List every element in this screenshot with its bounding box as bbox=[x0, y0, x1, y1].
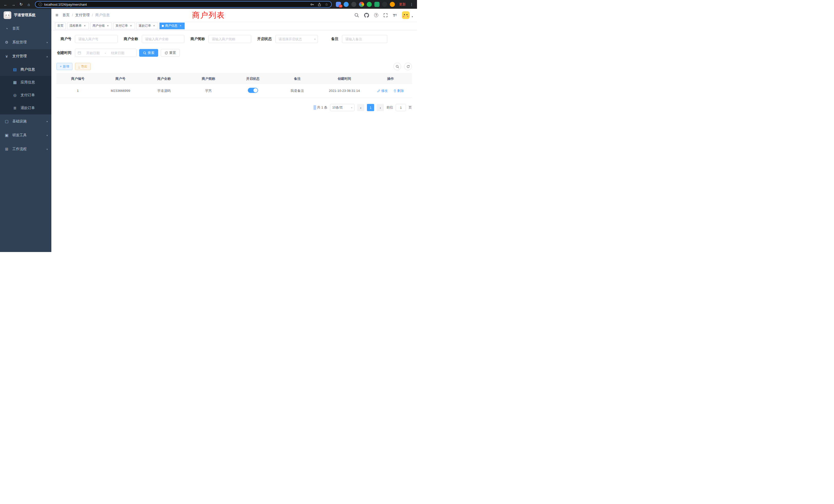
sidebar-item-label: 支付管理 bbox=[12, 54, 27, 59]
sidebar-item-dev-tools[interactable]: ▣ 研发工具 ▾ bbox=[0, 128, 51, 142]
remark-label: 备注 bbox=[324, 37, 338, 41]
home-icon[interactable]: ⌂ bbox=[25, 1, 32, 8]
extension-icon[interactable] bbox=[344, 2, 349, 7]
edit-icon bbox=[377, 89, 380, 92]
tab-pay-order[interactable]: 支付订单 × bbox=[113, 23, 135, 29]
breadcrumb-home[interactable]: 首页 bbox=[62, 13, 70, 18]
merchant-short-name-input[interactable] bbox=[208, 35, 251, 43]
search-button-label: 搜索 bbox=[148, 50, 154, 55]
navbar: ≡ 首页 / 支付管理 / 商户信息 商户列表 ? bbox=[51, 9, 417, 22]
tab-user-group[interactable]: 用户分组 × bbox=[90, 23, 112, 29]
end-date-input[interactable] bbox=[107, 51, 128, 55]
share-icon[interactable] bbox=[317, 3, 321, 6]
app-logo[interactable]: 芋道管理系统 bbox=[0, 9, 51, 22]
delete-link[interactable]: 删除 bbox=[393, 89, 404, 93]
reset-button-label: 重置 bbox=[169, 50, 176, 55]
sidebar-item-pay-order[interactable]: ◎ 支付订单 bbox=[0, 89, 51, 101]
back-icon[interactable]: ← bbox=[2, 1, 9, 8]
refund-order-icon: ≣ bbox=[12, 106, 18, 110]
search-button[interactable]: 搜索 bbox=[139, 49, 158, 57]
text-selection bbox=[313, 105, 316, 110]
chevron-down-icon: ▾ bbox=[46, 134, 48, 137]
range-separator: - bbox=[105, 51, 106, 55]
sidebar-item-refund-order[interactable]: ≣ 退款订单 bbox=[0, 101, 51, 114]
extension-icon[interactable] bbox=[374, 2, 379, 7]
sidebar-item-merchant-info[interactable]: ▤ 商户信息 bbox=[0, 63, 51, 76]
close-icon[interactable]: × bbox=[106, 24, 110, 28]
goto-page-input[interactable] bbox=[396, 104, 406, 111]
profile-avatar[interactable] bbox=[390, 2, 395, 7]
tab-label: 支付订单 bbox=[115, 24, 128, 28]
chevron-up-icon: ▴ bbox=[46, 55, 48, 58]
extension-icon[interactable] bbox=[367, 2, 372, 7]
sidebar-item-label: 基础设施 bbox=[12, 119, 27, 124]
merchant-no-input[interactable] bbox=[75, 35, 117, 43]
dev-tools-icon: ▣ bbox=[4, 133, 9, 138]
refresh-table-button[interactable] bbox=[404, 63, 412, 70]
goto-label: 前往 bbox=[387, 105, 393, 110]
col-actions: 操作 bbox=[369, 74, 412, 84]
tab-home[interactable]: 首页 bbox=[55, 23, 66, 29]
extension-icon[interactable] bbox=[359, 2, 364, 7]
create-time-range-picker[interactable]: - bbox=[75, 49, 137, 57]
github-icon[interactable] bbox=[364, 13, 369, 18]
sidebar-item-infrastructure[interactable]: ▢ 基础设施 ▾ bbox=[0, 114, 51, 128]
caret-down-icon[interactable]: ▾ bbox=[412, 16, 413, 19]
extension-icon[interactable] bbox=[351, 2, 356, 7]
bookmark-star-icon[interactable]: ☆ bbox=[325, 3, 328, 6]
user-avatar[interactable] bbox=[402, 11, 410, 19]
address-bar[interactable]: i localhost:1024/pay/merchant ☆ bbox=[35, 1, 332, 8]
sidebar-item-app-info[interactable]: ▦ 应用信息 bbox=[0, 76, 51, 89]
sidebar-item-payment[interactable]: ¥ 支付管理 ▴ bbox=[0, 49, 51, 63]
tab-process-form[interactable]: 流程表单 × bbox=[67, 23, 89, 29]
info-icon[interactable]: i bbox=[39, 3, 42, 6]
tab-merchant-info[interactable]: 商户信息 × bbox=[159, 23, 184, 29]
status-toggle[interactable] bbox=[248, 88, 258, 93]
start-date-input[interactable] bbox=[82, 51, 104, 55]
font-size-icon[interactable]: TT bbox=[393, 13, 397, 18]
close-icon[interactable]: × bbox=[129, 24, 133, 28]
close-icon[interactable]: × bbox=[83, 24, 87, 28]
cell-short-name: 芋艿 bbox=[186, 84, 231, 98]
help-icon[interactable]: ? bbox=[374, 13, 378, 17]
payment-submenu: ▤ 商户信息 ▦ 应用信息 ◎ 支付订单 ≣ 退款订单 bbox=[0, 63, 51, 114]
reload-icon[interactable]: ↻ bbox=[18, 1, 25, 8]
merchant-name-input[interactable] bbox=[142, 35, 184, 43]
download-icon: ↓ bbox=[78, 65, 80, 68]
edit-link[interactable]: 修改 bbox=[377, 89, 388, 93]
page-1-button[interactable]: 1 bbox=[367, 104, 374, 111]
remark-input[interactable] bbox=[342, 35, 387, 43]
tab-refund-order[interactable]: 退款订单 × bbox=[136, 23, 158, 29]
close-icon[interactable]: × bbox=[179, 24, 182, 28]
cell-actions: 修改 删除 bbox=[369, 84, 412, 98]
url-text[interactable]: localhost:1024/pay/merchant bbox=[44, 3, 87, 6]
forward-icon[interactable]: → bbox=[10, 1, 17, 8]
add-button[interactable]: + 新增 bbox=[57, 63, 72, 70]
close-icon[interactable]: × bbox=[152, 24, 156, 28]
browser-menu-icon[interactable]: ⋮ bbox=[408, 2, 415, 6]
key-icon[interactable] bbox=[310, 3, 314, 6]
search-icon[interactable] bbox=[354, 13, 359, 18]
annotation-merchant-list: 商户列表 bbox=[192, 10, 225, 21]
export-button[interactable]: ↓ 导出 bbox=[75, 63, 91, 70]
sidebar-item-workflow[interactable]: ⊞ 工作流程 ▾ bbox=[0, 142, 51, 156]
sidebar-item-system[interactable]: ⚙ 系统管理 ▾ bbox=[0, 36, 51, 49]
status-select[interactable] bbox=[275, 35, 318, 43]
extension-icon[interactable]: 10 bbox=[336, 2, 341, 7]
sidebar-item-label: 商户信息 bbox=[21, 67, 35, 72]
sidebar-item-label: 退款订单 bbox=[21, 106, 35, 110]
reset-button[interactable]: 重置 bbox=[161, 49, 180, 57]
prev-page-button[interactable]: ‹ bbox=[357, 104, 364, 111]
cell-merchant-no: M233666999 bbox=[99, 84, 142, 98]
hamburger-icon[interactable]: ≡ bbox=[51, 12, 62, 18]
browser-update-button[interactable]: 更新 bbox=[399, 2, 406, 7]
toggle-search-button[interactable] bbox=[393, 63, 401, 70]
fullscreen-icon[interactable] bbox=[383, 13, 388, 18]
cell-create-time: 2021-10-23 08:31:14 bbox=[320, 84, 369, 98]
sidebar-item-home[interactable]: ◔ 首页 bbox=[0, 22, 51, 36]
breadcrumb-payment[interactable]: 支付管理 bbox=[75, 13, 90, 18]
page-size-select[interactable]: 10条/页 ▾ bbox=[330, 104, 355, 111]
edit-link-label: 修改 bbox=[381, 89, 388, 93]
next-page-button[interactable]: › bbox=[377, 104, 384, 111]
extension-icon[interactable] bbox=[382, 2, 387, 7]
